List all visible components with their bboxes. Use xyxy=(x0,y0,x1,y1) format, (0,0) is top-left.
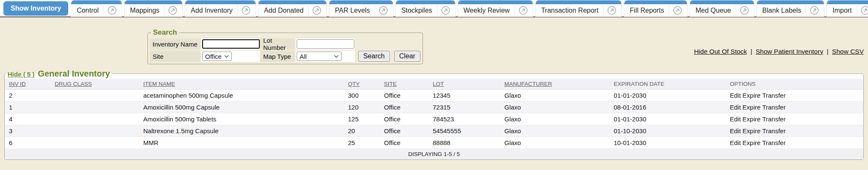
open-in-new-window-icon[interactable] xyxy=(607,5,620,15)
expire-link[interactable]: Expire xyxy=(743,139,761,146)
cell-expiration-date: 08-01-2016 xyxy=(609,101,726,113)
chevron-down-icon xyxy=(224,55,229,58)
search-fieldset: Search Inventory Name Lot Number Site Of… xyxy=(147,28,423,64)
tab-divider xyxy=(857,5,857,16)
search-legend: Search xyxy=(151,28,179,37)
tab-label: Blank Labels xyxy=(762,7,801,14)
clear-button[interactable]: Clear xyxy=(394,51,420,62)
column-header-manufacturer[interactable]: MANUFACTURER xyxy=(500,79,609,90)
inventory-row: 6MMR25Office88888Glaxo10-01-2030EditExpi… xyxy=(5,137,863,149)
column-header-item-name[interactable]: ITEM NAME xyxy=(139,79,344,90)
open-in-new-window-icon[interactable] xyxy=(312,5,325,15)
cell-lot: 54545555 xyxy=(428,125,500,137)
tab-transaction-report[interactable]: Transaction Report xyxy=(536,0,621,16)
edit-link[interactable]: Edit xyxy=(730,104,741,111)
inventory-header-row: INV IDDRUG CLASSITEM NAMEQTYSITELOTMANUF… xyxy=(5,79,863,90)
cell-lot: 12345 xyxy=(428,90,500,101)
tab-label: Add Inventory xyxy=(191,7,233,14)
tab-fill-reports[interactable]: Fill Reports xyxy=(624,0,687,16)
transfer-link[interactable]: Transfer xyxy=(762,127,785,134)
cell-site: Office xyxy=(380,125,428,137)
map-type-select[interactable]: All xyxy=(297,52,342,61)
tab-par-levels[interactable]: PAR Levels xyxy=(329,0,392,16)
open-in-new-window-icon[interactable] xyxy=(810,5,823,15)
open-in-new-window-icon[interactable] xyxy=(740,5,753,15)
tab-label: Weekly Review xyxy=(464,7,510,14)
transfer-link[interactable]: Transfer xyxy=(762,139,785,146)
tab-mappings[interactable]: Mappings xyxy=(125,0,182,16)
cell-lot: 72315 xyxy=(428,101,500,113)
edit-link[interactable]: Edit xyxy=(730,115,741,123)
tab-show-inventory[interactable]: Show Inventory xyxy=(3,1,68,16)
tab-control[interactable]: Control xyxy=(71,0,122,16)
open-in-new-window-icon[interactable] xyxy=(518,5,531,15)
cell-drug-class xyxy=(50,101,139,113)
transfer-link[interactable]: Transfer xyxy=(762,115,785,123)
cell-manufacturer: Glaxo xyxy=(500,137,609,149)
edit-link[interactable]: Edit xyxy=(730,127,741,134)
cell-drug-class xyxy=(50,113,139,125)
open-in-new-window-icon[interactable] xyxy=(107,5,120,15)
tab-divider xyxy=(164,5,164,16)
open-in-new-window-icon[interactable] xyxy=(241,5,254,15)
open-in-new-window-icon[interactable] xyxy=(441,5,454,15)
tab-stockpiles[interactable]: Stockpiles xyxy=(396,0,455,16)
search-grid: Inventory Name Lot Number Site Office Ma… xyxy=(150,38,420,62)
cell-qty: 125 xyxy=(344,113,380,125)
tab-import[interactable]: Import xyxy=(827,0,868,16)
lot-number-input[interactable] xyxy=(297,39,354,49)
cell-item-name: Naltrexone 1.5mg Capsule xyxy=(139,125,344,137)
expire-link[interactable]: Expire xyxy=(743,92,761,99)
cell-manufacturer: Glaxo xyxy=(500,90,609,101)
expire-link[interactable]: Expire xyxy=(743,127,761,134)
cell-expiration-date: 01-10-2030 xyxy=(609,125,726,137)
tab-top-accent xyxy=(458,0,533,4)
tab-label: Mappings xyxy=(130,7,159,14)
cell-inv-id: 1 xyxy=(5,101,50,113)
tab-label: Fill Reports xyxy=(630,7,664,14)
inventory-name-label: Inventory Name xyxy=(150,38,200,49)
edit-link[interactable]: Edit xyxy=(730,92,741,99)
map-type-select-value: All xyxy=(300,53,307,60)
cell-expiration-date: 01-01-2030 xyxy=(609,113,726,125)
cell-options: EditExpireTransfer xyxy=(726,101,863,113)
hide-count-link[interactable]: Hide ( 5 ) xyxy=(8,71,34,78)
tab-blank-labels[interactable]: Blank Labels xyxy=(757,0,824,16)
transfer-link[interactable]: Transfer xyxy=(762,104,785,111)
open-in-new-window-icon[interactable] xyxy=(673,5,686,15)
inventory-row: 3Naltrexone 1.5mg Capsule20Office5454555… xyxy=(5,125,863,137)
tab-add-inventory[interactable]: Add Inventory xyxy=(185,0,256,16)
tab-add-donated[interactable]: Add Donated xyxy=(259,0,326,16)
show-csv-link[interactable]: Show CSV xyxy=(832,48,864,55)
column-header-inv-id[interactable]: INV ID xyxy=(5,79,50,90)
tab-divider xyxy=(103,5,104,16)
quick-links: Hide Out Of Stock | Show Patient Invento… xyxy=(694,48,864,55)
tab-divider xyxy=(806,5,806,16)
cell-inv-id: 4 xyxy=(5,113,50,125)
search-button[interactable]: Search xyxy=(358,51,390,62)
hide-out-of-stock-link[interactable]: Hide Out Of Stock xyxy=(694,48,747,55)
map-type-label: Map Type xyxy=(261,51,295,62)
tab-divider xyxy=(736,5,736,16)
edit-link[interactable]: Edit xyxy=(730,139,741,146)
transfer-link[interactable]: Transfer xyxy=(762,92,785,99)
tab-label: PAR Levels xyxy=(335,7,370,14)
tab-top-accent xyxy=(827,0,868,4)
site-select[interactable]: Office xyxy=(202,52,232,61)
open-in-new-window-icon[interactable] xyxy=(168,5,181,15)
inventory-name-input[interactable] xyxy=(202,39,260,49)
expire-link[interactable]: Expire xyxy=(743,115,761,123)
column-header-drug-class[interactable]: DRUG CLASS xyxy=(50,79,139,90)
tab-weekly-review[interactable]: Weekly Review xyxy=(458,0,533,16)
open-in-new-window-icon[interactable] xyxy=(860,5,868,15)
tab-med-queue[interactable]: Med Queue xyxy=(690,0,754,16)
open-in-new-window-icon[interactable] xyxy=(378,5,392,15)
show-patient-inventory-link[interactable]: Show Patient Inventory xyxy=(756,48,823,55)
tab-top-accent xyxy=(259,0,326,4)
tab-top-accent xyxy=(690,0,754,4)
expire-link[interactable]: Expire xyxy=(743,104,761,111)
column-header-lot[interactable]: LOT xyxy=(428,79,500,90)
column-header-qty[interactable]: QTY xyxy=(344,79,380,90)
column-header-expiration-date: EXPIRATION DATE xyxy=(609,79,726,90)
column-header-site[interactable]: SITE xyxy=(380,79,428,90)
